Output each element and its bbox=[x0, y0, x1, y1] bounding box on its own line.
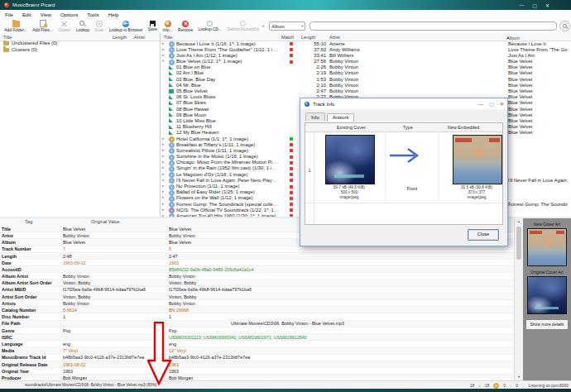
maximize-button[interactable]: ▢ bbox=[532, 2, 537, 8]
dialog-maximize-button[interactable]: ▢ bbox=[489, 101, 494, 107]
new-embedded-image[interactable] bbox=[453, 135, 502, 184]
toolbar-button[interactable]: Submit AcoustIDs bbox=[224, 20, 262, 33]
original-cover-art-image[interactable] bbox=[527, 276, 567, 314]
expander-icon[interactable]: ▸ bbox=[162, 189, 164, 194]
menu-item[interactable]: Options bbox=[60, 12, 78, 17]
release-icon bbox=[169, 125, 173, 129]
lookup-cd-dropdown-icon[interactable]: ▾ bbox=[262, 24, 264, 28]
menu-item[interactable]: Edit bbox=[22, 12, 31, 17]
tag-row[interactable]: Artist MBID f17f26ea-6a9a-49b8-9614-bdaa… bbox=[0, 287, 514, 294]
menu-item[interactable]: File bbox=[5, 12, 13, 17]
menu-item[interactable]: View bbox=[41, 12, 51, 17]
release-row[interactable]: ▸ Because I Love It (1/16; 1*; 1 image) … bbox=[161, 41, 571, 46]
expander-icon[interactable]: ▸ bbox=[162, 202, 164, 206]
search-icon[interactable] bbox=[559, 21, 570, 31]
toolbar-button[interactable]: Lookup bbox=[74, 20, 92, 33]
dialog-tab[interactable]: Info bbox=[305, 112, 325, 121]
tag-row[interactable]: Producer Bob Morgan Bob Morgan bbox=[0, 375, 514, 380]
new-cover-art-image[interactable] bbox=[527, 228, 567, 266]
toolbar-button[interactable]: Add Files... bbox=[30, 20, 55, 33]
expander-icon[interactable]: ▸ bbox=[162, 47, 164, 51]
dialog-close-icon[interactable]: ✕ bbox=[500, 101, 504, 107]
release-row[interactable]: 03 Blue, Blue Day 1:53 Bobby Vinton Blue… bbox=[161, 76, 571, 82]
scroll-down-icon[interactable]: ▼ bbox=[515, 374, 523, 380]
dialog-tab[interactable]: Artwork bbox=[327, 113, 355, 122]
release-row[interactable]: ▸ Love Theme From "The Godfather" (1/11;… bbox=[161, 46, 571, 52]
scrollbar-thumb[interactable] bbox=[516, 227, 521, 260]
tag-row[interactable]: Catalog Number 5-9614 BN 26068 bbox=[0, 307, 514, 313]
tag-row[interactable]: Language eng eng bbox=[0, 341, 514, 347]
tag-row[interactable]: Media 7" Vinyl 12" Vinyl bbox=[0, 347, 514, 354]
expander-icon[interactable]: ▸ bbox=[162, 195, 164, 199]
expander-icon[interactable]: ▸ bbox=[162, 142, 164, 146]
dialog-minimize-button[interactable]: — bbox=[478, 102, 483, 107]
tag-row[interactable]: Original Release Date 1963-08-02 1963 bbox=[0, 361, 514, 368]
tag-row[interactable]: AcoustID 85b84232-9a0b-48a0-9489-209c5a4… bbox=[0, 266, 514, 273]
close-button[interactable]: Close bbox=[468, 229, 499, 241]
toolbar-button[interactable]: Cluster bbox=[55, 20, 74, 33]
tag-row[interactable]: Original Year 1963 1963 bbox=[0, 368, 514, 375]
release-row[interactable]: 04 Mr. Blue 2:10 Bobby Vinton Blue Velve… bbox=[161, 82, 571, 88]
column-header-artist[interactable]: Artist bbox=[134, 35, 145, 40]
expander-icon[interactable]: ▸ bbox=[162, 172, 164, 176]
tag-row[interactable]: Track Number 7 5 bbox=[0, 246, 514, 253]
toolbar-button[interactable]: Lookup in Browser bbox=[107, 20, 146, 33]
scroll-up-icon[interactable]: ▲ bbox=[515, 218, 523, 225]
column-header-artist[interactable]: Artist bbox=[329, 35, 340, 40]
release-row[interactable]: ▸ Just As I Am (1/12; 1 image) 33:41 Bil… bbox=[161, 52, 571, 58]
toolbar-button[interactable]: Lookup CD... bbox=[195, 20, 224, 33]
toolbar-button[interactable]: Remove bbox=[175, 20, 196, 33]
tag-row[interactable]: Length 2:48 2:47 bbox=[0, 253, 514, 260]
release-row[interactable]: ▾ Blue Velvet (1/12; 1*; 1 image) 27:56 … bbox=[161, 59, 571, 65]
tag-row[interactable]: Disc Number 1 1 bbox=[0, 313, 514, 320]
expander-icon[interactable]: ▸ bbox=[162, 208, 164, 212]
title-bar[interactable]: MusicBrainz Picard — ▢ ✕ bbox=[0, 0, 571, 10]
column-header-length[interactable]: Length bbox=[301, 35, 315, 40]
expander-icon[interactable]: ▸ bbox=[162, 184, 164, 188]
tag-row[interactable]: Genre Pop Pop bbox=[0, 327, 514, 334]
minimize-button[interactable]: — bbox=[519, 2, 524, 7]
tag-row[interactable]: Artists Bobby Vinton Bobby Vinton bbox=[0, 300, 514, 307]
expander-icon[interactable]: ▾ bbox=[162, 59, 164, 63]
column-header-tag[interactable]: Tag bbox=[25, 219, 32, 224]
column-header-length[interactable]: Length bbox=[113, 35, 127, 40]
close-button[interactable]: ✕ bbox=[545, 2, 549, 8]
release-row[interactable]: 01 Blue on Blue 2:26 Bobby Vinton Blue V… bbox=[161, 65, 571, 70]
expander-icon[interactable]: ▸ bbox=[162, 178, 164, 182]
column-header-match[interactable]: Match bbox=[281, 35, 294, 40]
column-header-title[interactable]: Title bbox=[3, 35, 12, 40]
menu-item[interactable]: Tools bbox=[87, 12, 98, 17]
toolbar-button[interactable]: Add Folder... bbox=[2, 20, 30, 33]
toolbar-button[interactable]: Info... bbox=[160, 20, 175, 33]
list-item[interactable]: Clusters (0) bbox=[0, 46, 160, 52]
tag-row[interactable]: MusicBrainz Track Id b48b5aa3-9fc0-4126-… bbox=[0, 355, 514, 361]
column-header-original-value[interactable]: Original Value bbox=[91, 219, 120, 224]
tag-row[interactable]: ISRC USSM16301113; USSM19300341; USSM196… bbox=[0, 334, 514, 341]
expander-icon[interactable]: ▸ bbox=[162, 148, 164, 152]
tag-row[interactable]: File Path Ultimate Movies\CD3\06. Bobby … bbox=[0, 321, 514, 327]
metadata-scrollbar[interactable]: ▲ ▼ bbox=[514, 218, 523, 380]
toolbar-button[interactable]: Save bbox=[146, 20, 161, 33]
tag-row[interactable]: Album Artist Sort Order Vinton, Bobby Vi… bbox=[0, 280, 514, 287]
existing-cover-image[interactable] bbox=[325, 135, 375, 184]
toolbar-button[interactable]: Scan bbox=[92, 20, 107, 33]
column-header-title[interactable]: Title bbox=[164, 35, 172, 40]
expander-icon[interactable]: ▸ bbox=[162, 41, 164, 45]
show-more-details-button[interactable]: Show more details bbox=[525, 319, 569, 330]
expander-icon[interactable]: ▸ bbox=[162, 154, 164, 158]
search-input[interactable] bbox=[309, 22, 557, 31]
release-row[interactable]: 05 Blue Velvet 2:47 Bobby Vinton Blue Ve… bbox=[161, 88, 571, 94]
tag-row[interactable]: Date 1963-09-02 1963 bbox=[0, 260, 514, 266]
menu-item[interactable]: Help bbox=[108, 12, 119, 17]
expander-icon[interactable]: ▸ bbox=[162, 165, 164, 170]
release-row[interactable]: 02 Am I Blue 2:19 Bobby Vinton Blue Velv… bbox=[161, 70, 571, 76]
list-item[interactable]: Unclustered Files (0) bbox=[0, 41, 160, 46]
annotation-arrow-icon bbox=[147, 322, 172, 386]
expander-icon[interactable]: ▸ bbox=[162, 136, 164, 141]
search-type-combo[interactable]: Album ▾ bbox=[269, 22, 305, 31]
expander-icon[interactable]: ▸ bbox=[162, 53, 164, 57]
dialog-title-bar[interactable]: Track Info — ▢ ✕ bbox=[300, 98, 507, 109]
tag-row[interactable]: Artist Sort Order Vinton, Bobby Vinton, … bbox=[0, 294, 514, 300]
expander-icon[interactable]: ▸ bbox=[162, 160, 164, 164]
tag-row[interactable]: Album Artist Bobby Vinton Bobby Vinton bbox=[0, 273, 514, 280]
